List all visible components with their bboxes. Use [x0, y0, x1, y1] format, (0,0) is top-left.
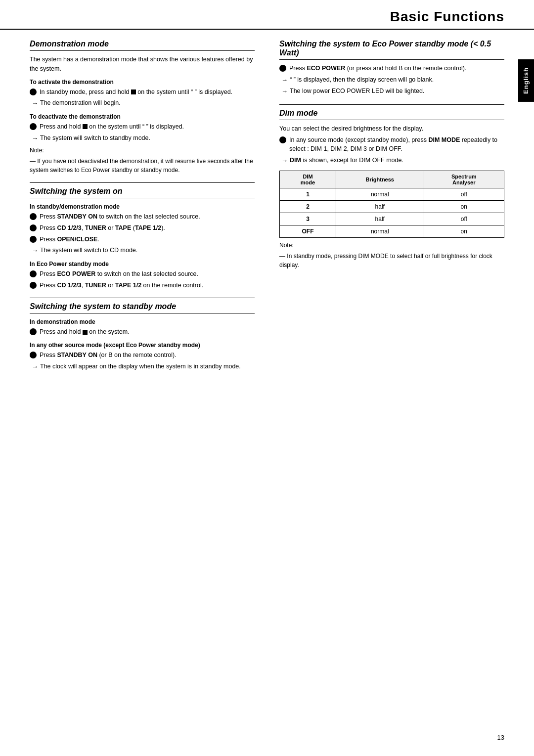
bullet-icon [30, 236, 37, 243]
right-column: Switching the system to Eco Power standb… [274, 40, 504, 378]
dim-row2-mode: 2 [280, 200, 336, 213]
activate-arrow-text: The demonstration will begin. [40, 98, 121, 108]
deactivate-arrow: → The system will switch to standby mode… [30, 133, 255, 143]
table-row: OFF normal on [280, 225, 504, 237]
section-dim: Dim mode You can select the desired brig… [279, 104, 504, 269]
bullet-icon [279, 65, 286, 72]
table-header-spectrum: SpectrumAnalyser [424, 171, 504, 188]
table-header-brightness: Brightness [336, 171, 424, 188]
eco-arrow2-text: The low power ECO POWER LED will be ligh… [290, 87, 424, 96]
arrow-icon3: → [32, 246, 38, 256]
demo-mode-heading: In demonstration mode [30, 318, 255, 325]
dim-row1-mode: 1 [280, 188, 336, 200]
standby-clock-arrow-text: The clock will appear on the display whe… [40, 362, 241, 371]
table-header-dim: DIMmode [280, 171, 336, 188]
table-row: 2 half on [280, 200, 504, 213]
dim-bullet: In any source mode (except standby mode)… [279, 135, 504, 154]
dim-row3-mode: 3 [280, 213, 336, 225]
dim-rowoff-brightness: normal [336, 225, 424, 237]
demo-note-text: — If you have not deactivated the demons… [30, 157, 255, 175]
divider3 [279, 104, 504, 105]
standby-bullet3: Press OPEN/CLOSE. [30, 235, 255, 244]
bullet-icon [30, 213, 37, 220]
other-source-bullet: Press STANDBY ON (or B on the remote con… [30, 351, 255, 360]
standby-mode-heading: In standby/demonstration mode [30, 203, 255, 210]
arrow-icon4: → [32, 362, 38, 372]
page: Basic Functions English Demonstration mo… [0, 0, 534, 756]
eco-bullet2: Press CD 1/2/3, TUNER or TAPE 1/2 on the… [30, 281, 255, 290]
dim-note-label: Note: [279, 241, 504, 250]
standby-bullet2: Press CD 1/2/3, TUNER or TAPE (TAPE 1/2)… [30, 223, 255, 233]
deactivate-bullet: Press and hold on the system until “ ” i… [30, 122, 255, 132]
eco-bullet1: Press ECO POWER to switch on the last se… [30, 269, 255, 279]
other-source-bullet-text: Press STANDBY ON (or B on the remote con… [40, 351, 255, 360]
arrow-icon2: → [32, 133, 38, 143]
deactivate-heading: To deactivate the demonstration [30, 113, 255, 120]
divider2 [30, 298, 255, 298]
bullet-icon [30, 352, 37, 358]
page-title: Basic Functions [390, 9, 504, 25]
eco-arrow2: → The low power ECO POWER LED will be li… [279, 87, 504, 96]
dim-heading: Dim mode [279, 109, 504, 120]
dim-arrow: → DIM is shown, except for DIM OFF mode. [279, 156, 504, 166]
eco-bullet2-text: Press CD 1/2/3, TUNER or TAPE 1/2 on the… [40, 281, 255, 290]
dim-note-text: — In standby mode, pressing DIM MODE to … [279, 252, 504, 269]
eco-bullet1-text: Press ECO POWER to switch on the last se… [40, 269, 255, 279]
standby-bullet1: Press STANDBY ON to switch on the last s… [30, 212, 255, 222]
standby-clock-arrow: → The clock will appear on the display w… [30, 362, 255, 372]
arrow-icon6: → [281, 87, 288, 96]
bullet-icon [30, 89, 37, 95]
page-header: Basic Functions [0, 0, 534, 30]
section-demonstration: Demonstration mode The system has a demo… [30, 40, 255, 175]
dim-arrow-text: DIM is shown, except for DIM OFF mode. [290, 156, 403, 165]
hold-icon [131, 89, 136, 94]
standby-bullet2-text: Press CD 1/2/3, TUNER or TAPE (TAPE 1/2)… [40, 223, 255, 233]
deactivate-arrow-text: The system will switch to standby mode. [40, 133, 150, 143]
bullet-icon [279, 136, 286, 143]
table-row: 1 normal off [280, 188, 504, 200]
standby-bullet3-text: Press OPEN/CLOSE. [40, 235, 255, 244]
arrow-icon7: → [281, 156, 288, 166]
activate-arrow: → The demonstration will begin. [30, 98, 255, 108]
dim-intro: You can select the desired brightness fo… [279, 124, 504, 133]
bullet-icon [30, 328, 37, 335]
activate-bullet-text: In standby mode, press and hold on the s… [40, 88, 255, 97]
bullet-icon [30, 270, 37, 277]
dim-row1-spectrum: off [424, 188, 504, 200]
demo-standby-bullet-text: Press and hold on the system. [40, 327, 255, 337]
bullet-icon [30, 282, 37, 289]
divider1 [30, 182, 255, 183]
demonstration-heading: Demonstration mode [30, 40, 255, 51]
demonstration-intro: The system has a demonstration mode that… [30, 55, 255, 74]
sidebar-tab: English [518, 59, 534, 102]
standby-arrow-text: The system will switch to CD mode. [40, 246, 137, 255]
demo-standby-bullet: Press and hold on the system. [30, 327, 255, 337]
dim-row1-brightness: normal [336, 188, 424, 200]
arrow-icon: → [32, 98, 38, 108]
demo-note-label: Note: [30, 146, 255, 155]
arrow-icon5: → [281, 75, 288, 85]
hold-icon3 [83, 330, 88, 335]
eco-arrow1: → “ ” is displayed, then the display scr… [279, 75, 504, 85]
dim-rowoff-spectrum: on [424, 225, 504, 237]
dim-bullet-text: In any source mode (except standby mode)… [289, 135, 504, 154]
bullet-icon [30, 224, 37, 231]
page-number: 13 [497, 734, 504, 741]
dim-table: DIMmode Brightness SpectrumAnalyser 1 no… [279, 171, 504, 238]
dim-row2-brightness: half [336, 200, 424, 213]
section-standby: Switching the system to standby mode In … [30, 298, 255, 371]
main-content: Demonstration mode The system has a demo… [0, 30, 534, 388]
eco-power-heading: Switching the system to Eco Power standb… [279, 40, 504, 60]
bullet-icon [30, 123, 37, 130]
other-source-heading: In any other source mode (except Eco Pow… [30, 342, 255, 349]
left-column: Demonstration mode The system has a demo… [30, 40, 260, 378]
section-switching-on: Switching the system on In standby/demon… [30, 182, 255, 290]
activate-bullet: In standby mode, press and hold on the s… [30, 88, 255, 97]
eco-heading: In Eco Power standby mode [30, 261, 255, 267]
table-row: 3 half off [280, 213, 504, 225]
activate-heading: To activate the demonstration [30, 79, 255, 86]
standby-heading: Switching the system to standby mode [30, 302, 255, 313]
dim-row3-spectrum: off [424, 213, 504, 225]
eco-power-bullet-text: Press ECO POWER (or press and hold B on … [289, 64, 504, 73]
dim-rowoff-mode: OFF [280, 225, 336, 237]
